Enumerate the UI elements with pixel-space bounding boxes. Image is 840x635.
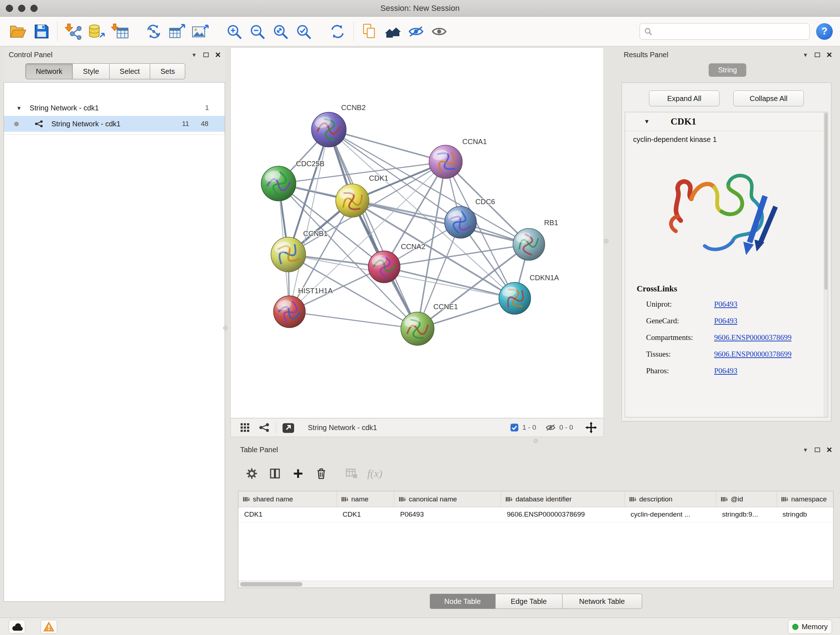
open-session-button[interactable] — [6, 20, 30, 43]
network-edge[interactable] — [329, 130, 417, 329]
collapse-all-button[interactable]: Collapse All — [733, 90, 804, 106]
tab-string[interactable]: String — [709, 63, 746, 77]
show-columns-button[interactable] — [264, 463, 286, 485]
crosslink-link[interactable]: 9606.ENSP00000378699 — [714, 350, 791, 359]
table-cell[interactable]: stringdb:9... — [716, 507, 777, 522]
network-node-cdkn1a[interactable] — [499, 282, 531, 314]
splitter-handle[interactable] — [604, 239, 608, 243]
network-canvas[interactable]: CCNB2CCNA1CDC25BCDK1CDC6RB1CCNB1CCNA2CDK… — [231, 48, 604, 418]
network-edge[interactable] — [289, 312, 417, 329]
table-cell[interactable]: CDK1 — [238, 507, 337, 522]
network-node-ccnb2[interactable] — [311, 112, 346, 147]
delete-column-button[interactable] — [309, 463, 333, 485]
save-session-button[interactable] — [30, 20, 53, 43]
table-cell[interactable]: CDK1 — [337, 507, 394, 522]
import-network-database-button[interactable] — [85, 20, 108, 43]
refresh-button[interactable] — [326, 20, 349, 43]
table-settings-button[interactable] — [240, 463, 264, 485]
show-graphics-details-button[interactable] — [428, 20, 451, 43]
network-collection-row[interactable]: ▼ String Network - cdk1 1 — [4, 100, 225, 116]
network-edge[interactable] — [289, 130, 329, 312]
network-node-ccne1[interactable] — [401, 312, 434, 345]
cloud-status-button[interactable] — [9, 620, 25, 633]
network-node-cdc6[interactable] — [445, 206, 477, 238]
import-network-file-button[interactable] — [62, 20, 85, 43]
column-header-description[interactable]: description — [625, 491, 716, 507]
table-cell[interactable]: 9606.ENSP00000378699 — [501, 507, 625, 522]
maximize-window-button[interactable] — [30, 5, 38, 12]
warnings-button[interactable] — [41, 620, 57, 633]
network-row-selected[interactable]: String Network - cdk1 11 48 — [4, 116, 225, 132]
table-horizontal-scrollbar[interactable] — [238, 581, 833, 587]
crosslink-link[interactable]: 9606.ENSP00000378699 — [714, 333, 791, 342]
delete-table-button[interactable] — [340, 463, 363, 485]
birds-eye-button[interactable] — [240, 423, 249, 432]
hide-graphics-details-button[interactable] — [404, 20, 428, 43]
panel-menu-icon[interactable]: ▼ — [191, 52, 197, 58]
crosslink-link[interactable]: P06493 — [714, 317, 737, 325]
tab-network[interactable]: Network — [25, 63, 73, 79]
tab-node-table[interactable]: Node Table — [430, 594, 496, 609]
memory-button[interactable]: Memory — [788, 619, 832, 634]
crosslink-link[interactable]: P06493 — [714, 366, 737, 375]
zoom-in-button[interactable] — [223, 20, 246, 43]
network-node-ccnb1[interactable] — [271, 237, 306, 272]
column-header-database-identifier[interactable]: database identifier — [501, 491, 625, 507]
tab-select[interactable]: Select — [110, 63, 150, 79]
panel-menu-icon[interactable]: ▼ — [803, 52, 808, 58]
collection-disclosure-icon[interactable]: ▼ — [16, 105, 22, 111]
tab-edge-table[interactable]: Edge Table — [496, 594, 562, 609]
table-cell[interactable]: cyclin-dependent ... — [625, 507, 716, 522]
tab-sets[interactable]: Sets — [150, 63, 185, 79]
float-panel-icon[interactable] — [815, 448, 820, 452]
network-overview-button[interactable] — [259, 423, 270, 432]
copy-document-button[interactable] — [358, 20, 381, 43]
column-header-canonical-name[interactable]: canonical name — [394, 491, 501, 507]
search-input[interactable] — [655, 27, 805, 36]
column-header-id[interactable]: @id — [716, 491, 777, 507]
column-header-shared-name[interactable]: shared name — [238, 491, 337, 507]
expand-all-button[interactable]: Expand All — [649, 90, 720, 106]
network-edge[interactable] — [352, 201, 529, 244]
move-crosshair-icon[interactable] — [585, 422, 597, 433]
open-in-window-button[interactable] — [282, 422, 295, 433]
close-window-button[interactable] — [6, 5, 13, 12]
network-node-cdc25b[interactable] — [261, 166, 296, 201]
column-header-namespace[interactable]: namespace — [777, 491, 834, 507]
network-node-hist1h1a[interactable] — [273, 296, 305, 328]
close-panel-icon[interactable]: × — [827, 50, 832, 59]
string-home-button[interactable] — [381, 20, 404, 43]
zoom-selected-button[interactable] — [292, 20, 315, 43]
close-panel-icon[interactable]: × — [215, 50, 221, 59]
export-table-button[interactable] — [165, 20, 188, 43]
tab-style[interactable]: Style — [73, 63, 109, 79]
network-node-rb1[interactable] — [513, 228, 545, 260]
hidden-eye-icon[interactable] — [546, 424, 556, 431]
network-node-ccna2[interactable] — [368, 251, 400, 283]
network-graph[interactable]: CCNB2CCNA1CDC25BCDK1CDC6RB1CCNB1CCNA2CDK… — [231, 48, 603, 418]
column-header-name[interactable]: name — [337, 491, 394, 507]
new-network-from-selection-button[interactable] — [142, 20, 165, 43]
import-table-file-button[interactable] — [108, 20, 131, 43]
results-scrollbar[interactable] — [824, 112, 828, 417]
panel-menu-icon[interactable]: ▼ — [803, 447, 808, 453]
help-button[interactable]: ? — [816, 23, 833, 40]
zoom-fit-button[interactable] — [269, 20, 292, 43]
export-image-button[interactable] — [188, 20, 212, 43]
zoom-out-button[interactable] — [246, 20, 269, 43]
section-disclosure-icon[interactable]: ▼ — [644, 119, 650, 125]
tab-network-table[interactable]: Network Table — [562, 594, 642, 609]
search-box[interactable] — [639, 23, 810, 40]
gene-section-header[interactable]: ▼ CDK1 — [625, 112, 828, 131]
table-cell[interactable]: P06493 — [394, 507, 501, 522]
crosslink-link[interactable]: P06493 — [714, 300, 737, 309]
network-node-cdk1[interactable] — [336, 184, 369, 217]
close-panel-icon[interactable]: × — [827, 445, 832, 454]
create-column-button[interactable] — [286, 463, 309, 485]
float-panel-icon[interactable] — [815, 52, 820, 57]
selected-checkbox-icon[interactable] — [510, 423, 519, 432]
table-cell[interactable]: stringdb — [777, 507, 834, 522]
float-panel-icon[interactable] — [203, 52, 209, 57]
splitter-handle[interactable] — [223, 326, 227, 330]
minimize-window-button[interactable] — [18, 5, 25, 12]
